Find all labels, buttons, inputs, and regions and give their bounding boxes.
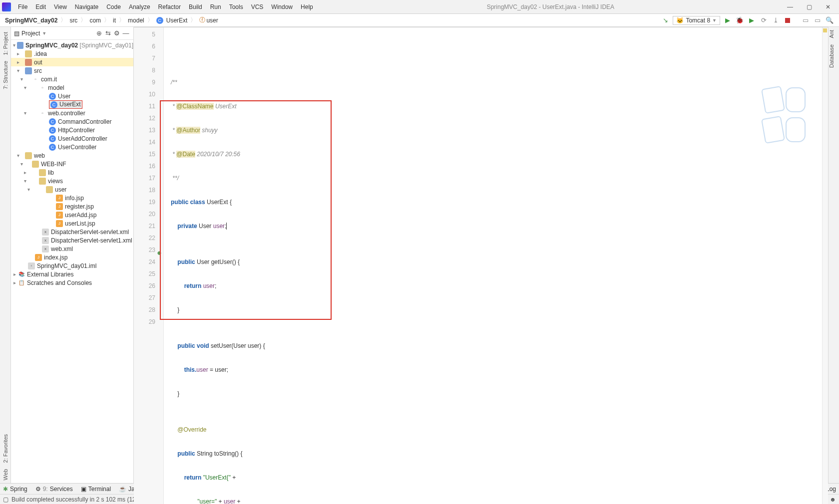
tool-terminal[interactable]: ▣Terminal: [81, 486, 111, 493]
project-header: ▤ Project ▼ ⊕ ⇆ ⚙ —: [11, 27, 133, 40]
rail-database[interactable]: Database: [829, 41, 835, 71]
menu-code[interactable]: Code: [102, 2, 125, 11]
crumb-com[interactable]: com: [87, 16, 103, 24]
minimize-button[interactable]: —: [784, 3, 796, 10]
menu-edit[interactable]: Edit: [31, 2, 50, 11]
tree-comit[interactable]: ▾▫com.it: [11, 75, 133, 83]
debug-icon[interactable]: 🐞: [735, 16, 744, 25]
menu-vcs[interactable]: VCS: [247, 2, 268, 11]
tree-http[interactable]: CHttpController: [11, 126, 133, 134]
editor-scrollbar[interactable]: [822, 27, 828, 504]
menu-window[interactable]: Window: [267, 2, 297, 11]
tree-userfold[interactable]: ▾user: [11, 185, 133, 194]
rail-favorites[interactable]: 2: Favorites: [2, 431, 8, 466]
javaee-icon: ☕: [119, 486, 126, 493]
tree-webctrl[interactable]: ▾▫web.controller: [11, 109, 133, 117]
tree-model[interactable]: ▾▫model: [11, 83, 133, 92]
project-tree[interactable]: ▾SpringMVC_day02 [SpringMVC_day01] ▸.ide…: [11, 40, 133, 483]
tree-user-class[interactable]: CUser: [11, 92, 133, 100]
run-icon[interactable]: ▶: [723, 16, 732, 25]
library-icon: 📚: [18, 271, 25, 278]
crumb-class[interactable]: CUserExt: [154, 16, 190, 24]
jsp-icon: J: [56, 220, 63, 227]
tree-webxml[interactable]: xweb.xml: [11, 245, 133, 253]
jsp-icon: J: [35, 254, 42, 261]
tomcat-icon: 🐱: [676, 17, 684, 24]
project-view-icon: ▤: [14, 30, 19, 37]
run-config-selector[interactable]: 🐱 Tomcat 8 ▼: [673, 16, 720, 25]
layout-icon[interactable]: ▭: [801, 16, 810, 25]
tree-userlist[interactable]: JuserList.jsp: [11, 219, 133, 228]
rail-ant[interactable]: Ant: [829, 27, 835, 41]
tree-webinf[interactable]: ▾WEB-INF: [11, 160, 133, 168]
tree-scratch[interactable]: ▸📋Scratches and Consoles: [11, 278, 133, 287]
rail-structure[interactable]: 7: Structure: [2, 58, 8, 92]
file-icon: ▫: [28, 262, 35, 269]
expand-icon[interactable]: ⇆: [103, 29, 112, 38]
scratch-icon: 📋: [18, 279, 25, 286]
tree-dss1[interactable]: xDispatcherServlet-servlet1.xml: [11, 236, 133, 245]
tree-src[interactable]: ▾src: [11, 66, 133, 75]
menu-tools[interactable]: Tools: [225, 2, 247, 11]
menu-run[interactable]: Run: [206, 2, 225, 11]
code-body[interactable]: /** * @ClassName UserExt * @Author shuyy…: [164, 27, 828, 504]
menu-file[interactable]: File: [14, 2, 31, 11]
tree-views[interactable]: ▾views: [11, 177, 133, 185]
attach-icon[interactable]: ⤓: [771, 16, 780, 25]
menu-refactor[interactable]: Refactor: [154, 2, 185, 11]
menu-build[interactable]: Build: [185, 2, 206, 11]
tree-uadd[interactable]: CUserAddController: [11, 134, 133, 143]
tree-lib[interactable]: ▸lib: [11, 168, 133, 177]
tool-spring[interactable]: ✱Spring: [3, 486, 27, 493]
profile-icon[interactable]: ⟳: [759, 16, 768, 25]
menu-analyze[interactable]: Analyze: [125, 2, 154, 11]
hide-icon[interactable]: —: [121, 29, 130, 38]
hammer-icon[interactable]: ↘: [661, 16, 670, 25]
rail-web[interactable]: Web: [2, 466, 8, 483]
coverage-icon[interactable]: ▶: [747, 16, 756, 25]
tree-dss[interactable]: xDispatcherServlet-servlet.xml: [11, 228, 133, 236]
crumb-project[interactable]: SpringMVC_day02: [3, 16, 59, 24]
maximize-button[interactable]: ▢: [803, 3, 815, 10]
status-presentation-icon[interactable]: ▢: [3, 496, 8, 503]
menu-view[interactable]: View: [50, 2, 71, 11]
tree-info[interactable]: Jinfo.jsp: [11, 194, 133, 202]
nav-bar: SpringMVC_day02 〉 src 〉 com 〉 it 〉 model…: [0, 14, 839, 27]
rail-project[interactable]: 1: Project: [2, 29, 8, 58]
crumb-field[interactable]: ⓕ user: [197, 15, 220, 25]
tree-cmd[interactable]: CCommandController: [11, 117, 133, 126]
search-everywhere-icon[interactable]: 🔍: [825, 16, 834, 25]
stop-icon[interactable]: [783, 16, 792, 25]
tree-uctrl[interactable]: CUserController: [11, 143, 133, 151]
tree-useradd[interactable]: JuserAdd.jsp: [11, 211, 133, 219]
menu-help[interactable]: Help: [297, 2, 317, 11]
tool-services[interactable]: ⚙9: Services: [35, 486, 73, 493]
presentation-icon[interactable]: ▭: [813, 16, 822, 25]
tree-out[interactable]: ▸out: [11, 58, 133, 66]
chevron-down-icon[interactable]: ▼: [42, 31, 46, 36]
tree-register[interactable]: Jregister.jsp: [11, 202, 133, 211]
select-opened-icon[interactable]: ⊕: [94, 29, 103, 38]
hector-icon[interactable]: ☻: [830, 496, 836, 503]
crumb-it[interactable]: it: [111, 16, 118, 24]
code-editor[interactable]: 5 6 7 8 9 10 11 12 13 14 15 16 17 18 19 …: [134, 27, 828, 504]
project-title: Project: [21, 30, 40, 37]
tree-index[interactable]: Jindex.jsp: [11, 253, 133, 261]
crumb-src[interactable]: src: [67, 16, 79, 24]
gear-icon[interactable]: ⚙: [112, 29, 121, 38]
menu-navigate[interactable]: Navigate: [71, 2, 102, 11]
tree-userext-class[interactable]: CUserExt: [11, 100, 133, 109]
xml-icon: x: [42, 246, 49, 252]
title-bar: File Edit View Navigate Code Analyze Ref…: [0, 0, 839, 14]
tree-iml[interactable]: ▫SpringMVC_day01.iml: [11, 261, 133, 270]
folder-icon: [25, 59, 32, 66]
gutter: 5 6 7 8 9 10 11 12 13 14 15 16 17 18 19 …: [134, 27, 164, 504]
crumb-model[interactable]: model: [126, 16, 146, 24]
tree-web[interactable]: ▾web: [11, 151, 133, 160]
folder-icon: [39, 178, 46, 185]
close-button[interactable]: ✕: [822, 3, 834, 10]
tree-root[interactable]: ▾SpringMVC_day02 [SpringMVC_day01]: [11, 41, 133, 49]
tree-idea[interactable]: ▸.idea: [11, 49, 133, 58]
window-controls: — ▢ ✕: [784, 3, 837, 10]
tree-extlib[interactable]: ▸📚External Libraries: [11, 270, 133, 278]
